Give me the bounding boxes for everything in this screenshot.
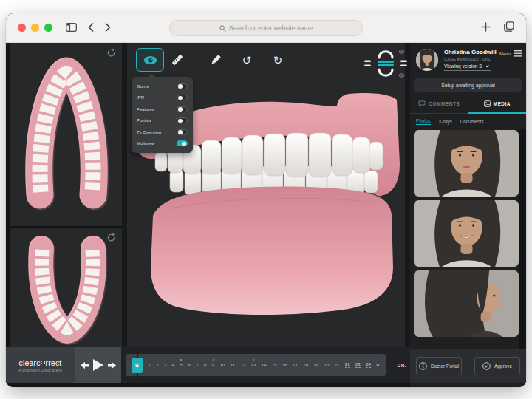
eye-icon xyxy=(143,55,157,65)
timeline-step[interactable]: 2 xyxy=(156,363,158,367)
version-label: Viewing version 3 xyxy=(444,64,482,69)
status-banner: Setup awaiting approval xyxy=(414,78,522,92)
minimize-window-button[interactable] xyxy=(31,24,39,32)
timeline-step[interactable]: 18 xyxy=(303,363,308,367)
upper-arch-eye-icon xyxy=(399,50,404,53)
timeline-step[interactable]: R xyxy=(376,363,379,367)
lower-arch-thumbnail[interactable] xyxy=(10,228,122,347)
timeline-step[interactable]: 21 xyxy=(335,363,340,367)
browser-window: Search or enter website name xyxy=(6,13,526,387)
timeline-step[interactable]: 24 xyxy=(366,362,371,368)
step-back-button[interactable] xyxy=(81,361,89,369)
timeline-step[interactable]: 6 xyxy=(188,363,190,367)
timeline-step[interactable]: 12 xyxy=(240,363,245,367)
toggle-switch[interactable] xyxy=(177,129,188,135)
close-window-button[interactable] xyxy=(18,24,26,32)
lower-arch-eye-icon xyxy=(399,74,404,77)
tab-comments[interactable]: COMMENTS xyxy=(410,95,468,113)
timeline-step[interactable]: 16 xyxy=(282,363,287,367)
toggle-switch[interactable] xyxy=(177,83,188,89)
zoom-window-button[interactable] xyxy=(44,24,52,32)
subtab-documents[interactable]: Documents xyxy=(460,119,484,124)
action-bar: Doctor Portal Approve xyxy=(410,349,526,383)
address-bar[interactable]: Search or enter website name xyxy=(169,20,363,36)
tab-overview-button[interactable] xyxy=(504,21,514,35)
photo-scroll-gutter[interactable] xyxy=(519,129,526,349)
reset-view-icon[interactable] xyxy=(106,233,116,242)
subtab-photos[interactable]: Photos xyxy=(416,118,431,125)
upper-arch-thumbnail[interactable] xyxy=(10,43,122,226)
menu-label: Menu xyxy=(499,52,511,56)
timeline-step[interactable]: 5 xyxy=(180,363,183,367)
tab-comments-label: COMMENTS xyxy=(429,101,460,106)
timeline-step[interactable]: 20 xyxy=(324,363,330,367)
timeline-step[interactable]: 8 xyxy=(204,363,206,367)
image-icon xyxy=(484,100,491,107)
timeline-step[interactable]: 22 xyxy=(345,362,350,368)
timeline-step[interactable]: 15 xyxy=(272,363,277,367)
view-option-label: Tx Overview xyxy=(137,130,161,134)
back-button[interactable] xyxy=(88,21,94,35)
timeline-step[interactable]: 19 xyxy=(313,363,318,367)
view-option-row: Pontics xyxy=(137,115,188,127)
tab-media-label: MEDIA xyxy=(494,101,511,106)
new-tab-button[interactable] xyxy=(481,21,491,35)
measure-tool-button[interactable] xyxy=(168,51,186,69)
view-option-row: Features xyxy=(137,103,188,115)
undo-button[interactable]: ↺ xyxy=(238,51,256,69)
toggle-switch[interactable] xyxy=(177,106,188,112)
edit-tool-button[interactable] xyxy=(207,51,225,69)
timeline-step[interactable]: 10 xyxy=(220,363,225,367)
chevron-down-icon xyxy=(485,65,489,68)
main-3d-viewport[interactable]: ↺ ↻ xyxy=(122,43,410,347)
browser-chrome: Search or enter website name xyxy=(6,13,526,43)
timeline-step[interactable]: 3 xyxy=(164,363,166,367)
logo-text: rrect xyxy=(45,358,61,367)
step-forward-button[interactable] xyxy=(108,361,116,369)
timeline-step[interactable]: 14 xyxy=(262,363,267,367)
timeline-step[interactable]: 1 xyxy=(148,363,150,367)
occlusion-arches-icon xyxy=(364,47,407,81)
menu-button[interactable]: Menu xyxy=(499,50,522,57)
redo-button[interactable]: ↻ xyxy=(269,51,287,69)
toggle-switch[interactable] xyxy=(177,140,188,146)
version-dropdown[interactable]: Viewing version 3 xyxy=(444,64,491,71)
photo-thumbnail-smiling[interactable] xyxy=(414,200,519,267)
doctor-portal-button[interactable]: Doctor Portal xyxy=(416,357,462,375)
logo-tagline: A Straumann Group Brand xyxy=(18,369,62,372)
subtab-xrays[interactable]: X-rays xyxy=(439,119,452,124)
toggle-switch[interactable] xyxy=(177,95,188,100)
approve-button[interactable]: Approve xyxy=(474,357,520,375)
forward-button[interactable] xyxy=(105,21,111,35)
patient-profile: Christina Goodwill CASE #59850023 · UNL … xyxy=(410,43,526,77)
chevron-left-circle-icon xyxy=(419,362,427,370)
sidebar-toggle-icon[interactable] xyxy=(66,21,77,35)
occlusion-arches-control[interactable] xyxy=(364,47,407,81)
timeline-step[interactable]: 17 xyxy=(293,363,298,367)
doctor-label: DR. xyxy=(398,347,406,383)
search-icon xyxy=(219,25,226,32)
divider xyxy=(468,355,468,377)
photo-thumbnail-profile[interactable] xyxy=(414,270,519,337)
photo-thumbnail-front[interactable] xyxy=(414,130,519,197)
timeline-step[interactable]: S xyxy=(132,358,143,373)
timeline-step[interactable]: 23 xyxy=(355,362,361,368)
treatment-timeline: S 1 2 3 4 5 6 7 xyxy=(126,354,386,376)
clearcorrect-logo: clearcrrect A Straumann Group Brand xyxy=(6,347,75,383)
address-bar-placeholder: Search or enter website name xyxy=(229,24,313,32)
timeline-step[interactable]: 4 xyxy=(172,363,174,367)
tab-media[interactable]: MEDIA xyxy=(468,95,527,114)
visibility-tool-button[interactable] xyxy=(136,48,164,72)
play-button[interactable] xyxy=(93,359,103,371)
arch-thumbnails-sidebar xyxy=(6,43,122,347)
timeline-step[interactable]: 13 xyxy=(251,363,256,367)
timeline-step[interactable]: 9 xyxy=(212,363,214,367)
speech-bubble-icon xyxy=(418,100,426,107)
doctor-portal-label: Doctor Portal xyxy=(431,364,459,369)
timeline-step[interactable]: 11 xyxy=(231,363,235,367)
media-subtabs: Photos X-rays Documents xyxy=(416,115,526,127)
hamburger-icon xyxy=(514,50,522,57)
timeline-step[interactable]: 7 xyxy=(196,363,198,367)
reset-view-icon[interactable] xyxy=(106,48,116,58)
toggle-switch[interactable] xyxy=(177,117,188,123)
